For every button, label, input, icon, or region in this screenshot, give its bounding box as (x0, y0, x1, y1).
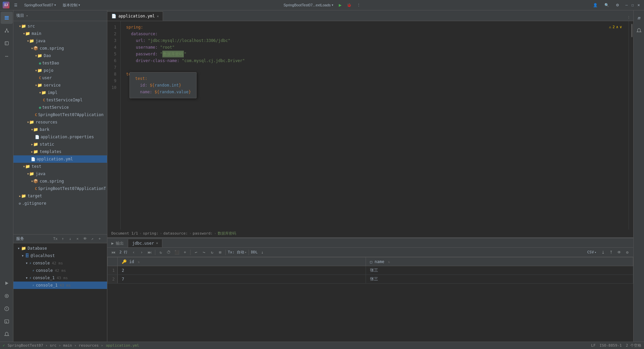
run-button[interactable]: ▶ (337, 2, 343, 8)
tree-item-app-yml[interactable]: 📄 application.yml (13, 155, 107, 163)
services-add-btn[interactable]: + (96, 236, 103, 242)
col-sort-icon[interactable]: ⇅ (138, 260, 140, 264)
tree-item-pojo[interactable]: ▾📁 pojo (13, 67, 107, 74)
cell-name-2[interactable]: 张三 (366, 275, 633, 284)
tree-item-testserviceimpl[interactable]: C testServiceImpl (13, 96, 107, 104)
db-refresh-btn[interactable]: ↻ (157, 249, 164, 256)
db-stop-btn[interactable]: ⬛ (173, 249, 180, 256)
services-localhost[interactable]: ▾ 🗄 @localhost (13, 252, 107, 259)
breadcrumb-password[interactable]: password: (193, 231, 213, 236)
jdbc-tab-close[interactable]: × (156, 241, 158, 245)
sidebar-icon-project[interactable] (1, 12, 13, 24)
db-clock-btn[interactable]: ⏱ (165, 249, 172, 256)
sidebar-icon-more[interactable]: ⋯ (1, 50, 13, 62)
sidebar-icon-debug-panel[interactable] (1, 290, 13, 302)
scrollbar-thumb[interactable] (631, 24, 633, 37)
db-first-btn[interactable]: ⏮ (110, 249, 117, 256)
cell-name-1[interactable]: 张三 (366, 266, 633, 275)
tree-item-gitignore[interactable]: ⊘ .gitignore (13, 200, 107, 207)
right-notifications-icon[interactable] (633, 24, 644, 37)
project-dropdown-icon[interactable]: ▾ (26, 14, 28, 17)
services-view-btn[interactable]: 👁 (82, 236, 88, 242)
more-run-options[interactable]: ⋮ (355, 2, 363, 8)
menu-button[interactable]: ☰ (12, 2, 19, 8)
db-prev-btn[interactable]: ‹ (130, 249, 137, 256)
account-button[interactable]: 👤 (591, 2, 600, 8)
vcs-dropdown[interactable]: 版本控制 ▾ (61, 2, 82, 8)
sidebar-icon-notifications[interactable] (1, 328, 13, 340)
tree-item-service[interactable]: ▾📁 service (13, 82, 107, 89)
tree-item-impl[interactable]: ▾📁 impl (13, 89, 107, 96)
tree-item-testservice[interactable]: ● testService (13, 104, 107, 111)
services-console-sub[interactable]: ⚡ console 42 ms (13, 267, 107, 274)
tree-item-test-app[interactable]: C SpringBootTest07ApplicationT (13, 185, 107, 192)
tree-item-java[interactable]: ▾📁 java (13, 37, 107, 45)
col-id-header[interactable]: 🔑 id ⇅ (118, 257, 366, 266)
status-encoding[interactable]: LF (591, 343, 595, 348)
settings-button[interactable]: ⚙ (614, 2, 621, 8)
tree-item-src[interactable]: ▾📁 src (13, 22, 107, 30)
col-name-header[interactable]: □ name ⇅ (366, 257, 633, 266)
cell-id-1[interactable]: 2 (118, 266, 366, 275)
status-indent[interactable]: 2 个空格 (626, 343, 641, 348)
warning-down[interactable]: ∨ (620, 24, 622, 31)
services-console[interactable]: ▾ ⚡ console 42 ms (13, 259, 107, 267)
csv-selector[interactable]: CSV ▾ (585, 250, 598, 255)
sidebar-icon-problems[interactable] (1, 303, 13, 315)
tab-more-button[interactable]: ⋮ (625, 14, 632, 21)
cell-id-2[interactable]: 7 (118, 275, 366, 284)
tree-item-static[interactable]: ▸📁 static (13, 141, 107, 148)
tree-item-resources[interactable]: ▾📁 resources (13, 118, 107, 126)
db-redo-btn[interactable]: ↪ (201, 249, 207, 256)
tree-item-templates[interactable]: ▸📁 templates (13, 148, 107, 155)
col-name-sort-icon[interactable]: ⇅ (388, 260, 390, 264)
sidebar-icon-terminal[interactable] (1, 315, 13, 328)
debug-button[interactable]: 🐞 (345, 2, 354, 8)
tx-selector[interactable]: Tx: 自动 ▾ (228, 250, 247, 255)
db-download-btn[interactable]: ⤓ (600, 249, 606, 256)
db-tx-btn2[interactable]: ↻ (209, 249, 215, 256)
services-down-btn[interactable]: ↓ (67, 236, 73, 242)
project-dropdown[interactable]: SpringBootTest07 ▾ (22, 2, 58, 8)
tree-item-user[interactable]: C user (13, 74, 107, 82)
db-add-btn[interactable]: + (181, 249, 188, 256)
services-database[interactable]: ▾ 📁 Database (13, 245, 107, 252)
breadcrumb-spring[interactable]: spring: (143, 231, 158, 236)
db-last-btn[interactable]: ⏭ (146, 249, 153, 256)
tree-item-dao[interactable]: ▾📁 Dao (13, 52, 107, 59)
db-ddl-btn[interactable]: DDL (251, 249, 258, 256)
tree-item-com-spring[interactable]: ▾📦 com.spring (13, 45, 107, 52)
services-up-btn[interactable]: ↑ (59, 236, 66, 242)
db-undo-btn[interactable]: ↩ (193, 249, 199, 256)
maximize-button[interactable]: □ (630, 2, 635, 8)
db-compare-btn[interactable]: ⊞ (217, 249, 223, 256)
services-expand-btn[interactable]: ↗ (89, 236, 96, 242)
code-editor[interactable]: spring: datasource: url: "jdbc:mysql://l… (121, 21, 629, 230)
tree-item-main-app[interactable]: C SpringBootTest07Application (13, 111, 107, 118)
tree-item-main[interactable]: ▾📁 main (13, 30, 107, 37)
tree-item-bark[interactable]: ▾📁 bark (13, 126, 107, 133)
tab-close-button[interactable]: × (157, 14, 159, 18)
sidebar-icon-vcs[interactable] (1, 24, 13, 37)
services-console-1[interactable]: ▾ ⚡ console_1 43 ms (13, 274, 107, 282)
right-sidebar-icon-m[interactable]: m (633, 12, 644, 24)
db-settings-btn[interactable]: ⚙ (624, 249, 631, 256)
db-view-btn[interactable]: 👁 (616, 249, 623, 256)
tree-item-test[interactable]: ▾📁 test (13, 163, 107, 170)
search-everywhere-button[interactable]: 🔍 (602, 2, 611, 8)
db-next-btn[interactable]: › (138, 249, 145, 256)
services-console-1-sub[interactable]: ⚡ console_1 43 ms (13, 282, 107, 289)
warning-up[interactable]: ∧ (616, 24, 619, 31)
close-button[interactable]: ✕ (636, 2, 641, 8)
services-close-btn[interactable]: × (74, 236, 81, 242)
sidebar-icon-build[interactable] (1, 37, 13, 49)
minimize-button[interactable]: ─ (624, 2, 629, 8)
tree-item-test-com-spring[interactable]: ▾📦 com.spring (13, 178, 107, 185)
sidebar-icon-run[interactable] (1, 277, 13, 289)
tree-item-app-properties[interactable]: 📄 application.properties (13, 133, 107, 141)
tab-output[interactable]: ▶ 输出 (107, 239, 128, 247)
tree-item-testdao[interactable]: ● testDao (13, 59, 107, 67)
db-export-btn[interactable]: ↓ (259, 249, 266, 256)
run-config-dropdown[interactable]: SpringBootTest07...extLoads ▾ (281, 2, 335, 8)
db-upload-btn[interactable]: ⤒ (608, 249, 614, 256)
